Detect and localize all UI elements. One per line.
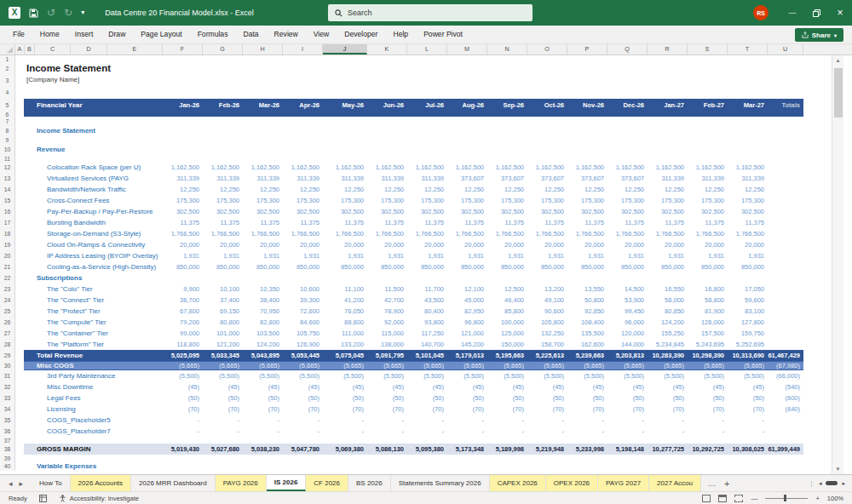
cell-T31[interactable]: (5,500)	[728, 372, 768, 380]
row-number-29[interactable]: 29	[0, 350, 15, 361]
cell-N28[interactable]: 150,000	[487, 341, 527, 348]
accessibility-status[interactable]: Accessibility: Investigate	[70, 495, 139, 502]
cell-G18[interactable]: 1,766,500	[203, 230, 243, 238]
cell-H15[interactable]: 175,300	[243, 197, 283, 204]
cell-J32[interactable]: (45)	[323, 383, 367, 391]
cell-P14[interactable]: 12,250	[567, 186, 607, 193]
tab-options-icon[interactable]: ⋮	[809, 480, 815, 487]
more-sheets-icon[interactable]: …	[708, 479, 716, 488]
cell-T34[interactable]: (70)	[728, 405, 768, 413]
cell-K34[interactable]: (70)	[367, 405, 407, 413]
cell-J34[interactable]: (70)	[323, 405, 367, 413]
cell-R29[interactable]: 10,283,390	[648, 352, 688, 359]
cell-C36[interactable]: COGS_Placeholder7	[15, 427, 163, 435]
cell-G16[interactable]: 302,500	[203, 208, 243, 215]
cell-G29[interactable]: 5,033,345	[203, 352, 243, 359]
cell-J27[interactable]: 111,000	[323, 329, 367, 337]
cell-K33[interactable]: (50)	[367, 394, 407, 402]
cell-F25[interactable]: 67,800	[163, 307, 203, 315]
zoom-level[interactable]: 100%	[827, 495, 843, 502]
cell-O32[interactable]: (45)	[527, 383, 567, 391]
column-header-U[interactable]: U	[768, 44, 803, 54]
cell-N31[interactable]: (5,500)	[487, 372, 527, 380]
cell-K13[interactable]: 311,339	[367, 175, 407, 182]
cell-K35[interactable]: -	[367, 416, 407, 424]
company-name-cell[interactable]: [Company Name]	[26, 75, 79, 84]
cell-T21[interactable]: 850,000	[728, 263, 768, 271]
cell-P20[interactable]: 1,931	[567, 252, 607, 260]
cell-I18[interactable]: 1,766,500	[283, 230, 323, 238]
month-header-oct-26[interactable]: Oct-26	[527, 101, 567, 109]
cell-C32[interactable]: Misc Downtime	[15, 383, 163, 391]
column-header-Q[interactable]: Q	[607, 44, 648, 54]
cell-H17[interactable]: 11,375	[243, 219, 283, 226]
cell-G12[interactable]: 1,162,500	[203, 163, 243, 171]
cell-C29[interactable]: Total Revenue	[24, 352, 163, 359]
row-number-36[interactable]: 36	[0, 426, 15, 437]
row-number-12[interactable]: 12	[0, 162, 15, 173]
cell-S36[interactable]: -	[688, 427, 728, 435]
cell-K23[interactable]: 11,500	[367, 285, 407, 293]
cell-Q27[interactable]: 120,000	[607, 329, 648, 337]
cell-I13[interactable]: 311,339	[283, 175, 323, 182]
cell-P30[interactable]: (5,665)	[567, 362, 607, 369]
cell-O27[interactable]: 132,250	[527, 329, 567, 337]
cell-M24[interactable]: 45,000	[447, 296, 487, 304]
cell-S19[interactable]: 20,000	[688, 241, 728, 249]
cell-R36[interactable]: -	[648, 427, 688, 435]
cell-K27[interactable]: 115,000	[367, 329, 407, 337]
cell-U33[interactable]: (600)	[768, 394, 803, 402]
spreadsheet-grid[interactable]: 12Income Statement3[Company Name]45Finan…	[0, 55, 852, 474]
cell-J19[interactable]: 20,000	[323, 241, 367, 249]
cell-F12[interactable]: 1,162,500	[163, 163, 203, 171]
cell-O16[interactable]: 302,500	[527, 208, 567, 215]
cell-J20[interactable]: 1,931	[323, 252, 367, 260]
cell-L30[interactable]: (5,665)	[407, 362, 447, 369]
section-label-revenue[interactable]: Revenue	[37, 144, 65, 155]
cell-S15[interactable]: 175,300	[688, 197, 728, 204]
cell-N18[interactable]: 1,766,500	[487, 230, 527, 238]
cell-F27[interactable]: 99,000	[163, 329, 203, 337]
sheet-tab-payg-2027[interactable]: PAYG 2027	[598, 475, 649, 491]
cell-O29[interactable]: 5,225,613	[527, 352, 567, 359]
cell-U31[interactable]: (66,000)	[768, 372, 803, 380]
row-number-38[interactable]: 38	[0, 444, 15, 455]
cell-P33[interactable]: (50)	[567, 394, 607, 402]
cell-U38[interactable]: 61,399,449	[768, 445, 803, 453]
menu-tab-view[interactable]: View	[306, 26, 337, 43]
cell-I16[interactable]: 302,500	[283, 208, 323, 215]
cell-C20[interactable]: IP Address Leasing (BYOIP Overlay)	[15, 252, 163, 260]
month-header-mar-26[interactable]: Mar-26	[243, 101, 283, 109]
row-number-22[interactable]: 22	[0, 272, 15, 284]
cell-S31[interactable]: (5,500)	[688, 372, 728, 380]
cell-N33[interactable]: (50)	[487, 394, 527, 402]
cell-N16[interactable]: 302,500	[487, 208, 527, 215]
cell-P12[interactable]: 1,162,500	[567, 163, 607, 171]
cell-T36[interactable]: -	[728, 427, 768, 435]
cell-G24[interactable]: 37,400	[203, 296, 243, 304]
cell-S30[interactable]: (5,665)	[688, 362, 728, 369]
row-number-31[interactable]: 31	[0, 370, 15, 381]
cell-T33[interactable]: (50)	[728, 394, 768, 402]
cell-U29[interactable]: 61,467,429	[768, 352, 803, 359]
cell-M23[interactable]: 12,100	[447, 285, 487, 293]
cell-C35[interactable]: COGS_Placeholder5	[15, 416, 163, 424]
cell-I24[interactable]: 39,300	[283, 296, 323, 304]
cell-T30[interactable]: (5,665)	[728, 362, 768, 369]
sheet-tab-2026-accounts[interactable]: 2026 Accounts	[71, 475, 131, 491]
cell-C33[interactable]: Legal Fees	[15, 394, 163, 402]
cell-K16[interactable]: 302,500	[367, 208, 407, 215]
cell-S25[interactable]: 81,900	[688, 307, 728, 315]
cell-R30[interactable]: (5,665)	[648, 362, 688, 369]
cell-T12[interactable]: 1,162,500	[728, 163, 768, 171]
cell-K15[interactable]: 175,300	[367, 197, 407, 204]
cell-T27[interactable]: 159,750	[728, 329, 768, 337]
cell-J29[interactable]: 5,075,045	[323, 352, 367, 359]
section-label-subscriptions[interactable]: Subscriptions	[37, 272, 82, 284]
cell-F31[interactable]: (5,500)	[163, 372, 203, 380]
row-number-10[interactable]: 10	[0, 144, 15, 155]
zoom-out-icon[interactable]: —	[751, 495, 757, 502]
cell-S17[interactable]: 11,375	[688, 219, 728, 226]
cell-M25[interactable]: 82,950	[447, 307, 487, 315]
sheet-tab-statements-summary-2026[interactable]: Statements Summary 2026	[391, 475, 490, 491]
